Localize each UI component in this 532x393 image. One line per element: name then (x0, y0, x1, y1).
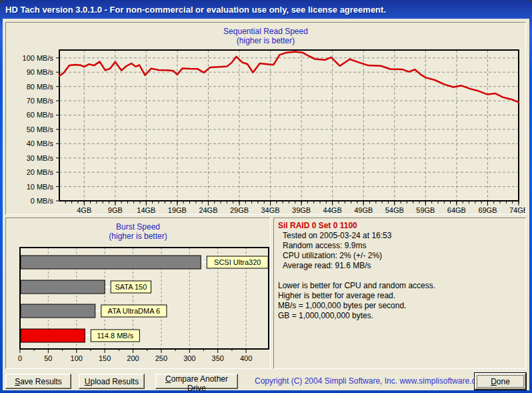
svg-text:SCSI Ultra320: SCSI Ultra320 (214, 258, 261, 266)
svg-text:90 MB/s: 90 MB/s (27, 68, 54, 76)
svg-text:80 MB/s: 80 MB/s (27, 83, 54, 91)
svg-text:54GB: 54GB (385, 206, 404, 214)
svg-text:59GB: 59GB (416, 206, 435, 214)
title-bar[interactable]: HD Tach version 3.0.1.0 - For non-commer… (0, 0, 532, 19)
svg-text:300: 300 (183, 354, 195, 362)
drive-name: Sil RAID 0 Set 0 1100 (278, 221, 524, 231)
svg-text:19GB: 19GB (168, 206, 187, 214)
svg-text:44GB: 44GB (323, 206, 342, 214)
save-results-button[interactable]: Save Results (5, 374, 71, 389)
sequential-chart-title-block: Sequential Read Speed (higher is better) (6, 27, 525, 45)
svg-text:4GB: 4GB (77, 206, 91, 214)
svg-text:SATA 150: SATA 150 (115, 283, 147, 291)
svg-text:69GB: 69GB (478, 206, 497, 214)
svg-text:0: 0 (18, 354, 22, 362)
burst-chart-subtitle: (higher is better) (6, 232, 270, 241)
svg-text:60 MB/s: 60 MB/s (27, 111, 54, 119)
svg-text:70 MB/s: 70 MB/s (27, 97, 54, 105)
svg-text:10 MB/s: 10 MB/s (27, 183, 54, 191)
svg-text:200: 200 (127, 354, 139, 362)
svg-text:150: 150 (99, 354, 111, 362)
tested-on: Tested on 2005-03-24 at 16:53 (278, 231, 524, 241)
note-cpu-random: Lower is better for CPU and random acces… (278, 281, 524, 291)
done-button-frame: Done (474, 372, 527, 390)
svg-text:100: 100 (71, 354, 83, 362)
svg-text:ATA UltraDMA 6: ATA UltraDMA 6 (108, 307, 160, 315)
sequential-read-chart: 0 MB/s10 MB/s20 MB/s30 MB/s40 MB/s50 MB/… (7, 45, 525, 216)
done-button[interactable]: Done (475, 373, 526, 390)
svg-text:14GB: 14GB (137, 206, 155, 214)
svg-text:39GB: 39GB (292, 206, 311, 214)
svg-text:29GB: 29GB (230, 206, 249, 214)
svg-text:0 MB/s: 0 MB/s (31, 197, 54, 205)
svg-text:350: 350 (212, 354, 224, 362)
svg-text:20 MB/s: 20 MB/s (27, 168, 54, 176)
note-gb-definition: GB = 1,000,000,000 bytes. (278, 311, 524, 321)
burst-chart-title-block: Burst Speed (higher is better) (6, 222, 270, 241)
svg-text:49GB: 49GB (354, 206, 373, 214)
svg-text:30 MB/s: 30 MB/s (27, 154, 54, 162)
svg-text:400: 400 (240, 354, 252, 362)
compare-another-drive-button[interactable]: Compare Another Drive (155, 374, 238, 389)
average-read: Average read: 91.6 MB/s (278, 261, 524, 271)
svg-text:34GB: 34GB (261, 206, 279, 214)
svg-text:100 MB/s: 100 MB/s (23, 54, 54, 62)
upload-results-button[interactable]: Upload Results (79, 374, 145, 389)
drive-info-panel: Sil RAID 0 Set 0 1100 Tested on 2005-03-… (273, 218, 526, 369)
svg-text:40 MB/s: 40 MB/s (27, 139, 54, 147)
random-access: Random access: 9.9ms (278, 241, 524, 251)
note-average-read: Higher is better for average read. (278, 291, 524, 301)
sequential-chart-title: Sequential Read Speed (6, 27, 525, 36)
hd-tach-window: HD Tach version 3.0.1.0 - For non-commer… (0, 0, 532, 393)
burst-speed-chart: 050100150200250300350400SCSI Ultra320SAT… (10, 244, 274, 368)
copyright-text: Copyright (C) 2004 Simpli Software, Inc.… (255, 376, 463, 386)
svg-text:74GB: 74GB (509, 206, 525, 214)
sequential-chart-subtitle: (higher is better) (6, 36, 525, 45)
burst-chart-title: Burst Speed (6, 222, 270, 232)
sequential-read-panel: Sequential Read Speed (higher is better)… (5, 22, 526, 215)
svg-text:50: 50 (44, 354, 52, 362)
note-mbs-definition: MB/s = 1,000,000 bytes per second. (278, 301, 524, 311)
svg-text:250: 250 (155, 354, 167, 362)
svg-text:64GB: 64GB (447, 206, 466, 214)
svg-text:114.8 MB/s: 114.8 MB/s (97, 332, 133, 340)
burst-speed-panel: Burst Speed (higher is better) 050100150… (5, 218, 271, 369)
cpu-utilization: CPU utilization: 2% (+/- 2%) (278, 251, 524, 261)
svg-text:9GB: 9GB (108, 206, 123, 214)
window-content: Sequential Read Speed (higher is better)… (3, 19, 529, 390)
svg-text:24GB: 24GB (199, 206, 217, 214)
svg-text:50 MB/s: 50 MB/s (27, 125, 54, 133)
